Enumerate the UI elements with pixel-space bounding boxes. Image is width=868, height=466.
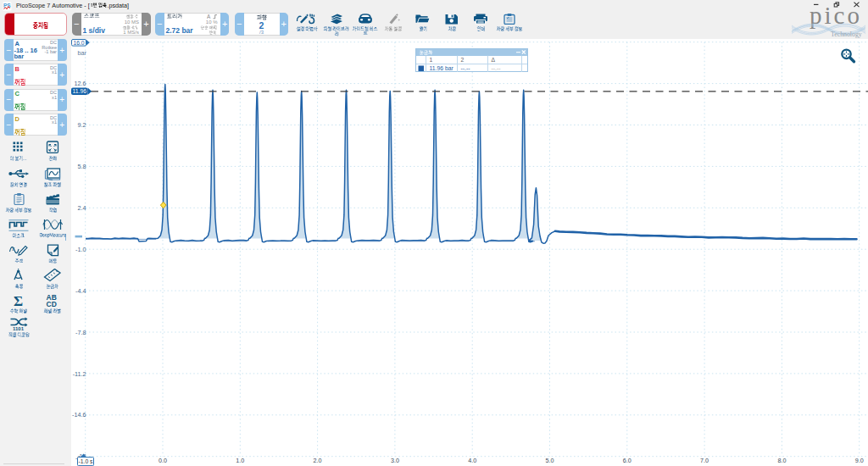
svg-text:5.0: 5.0 xyxy=(546,457,554,464)
svg-text:Δ: Δ xyxy=(492,57,496,63)
svg-text:9.2: 9.2 xyxy=(78,121,86,129)
svg-text:1: 1 xyxy=(430,57,433,63)
svg-text:CD: CD xyxy=(47,300,57,308)
svg-text:1.0: 1.0 xyxy=(236,457,244,464)
svg-text:-1.0: -1.0 xyxy=(75,246,86,253)
svg-text:bar: bar xyxy=(78,49,87,57)
svg-text:T: T xyxy=(11,245,14,251)
svg-text:Σ: Σ xyxy=(14,293,23,307)
svg-text:A: A xyxy=(207,14,211,19)
svg-text:0.0: 0.0 xyxy=(159,457,167,464)
svg-text:-11.2: -11.2 xyxy=(73,370,86,378)
svg-text:-1.0 s: -1.0 s xyxy=(79,458,94,464)
svg-text:2: 2 xyxy=(461,57,465,63)
svg-text:PS: PS xyxy=(3,3,11,8)
svg-text:-14.6: -14.6 xyxy=(72,411,86,419)
svg-text:-7.8: -7.8 xyxy=(75,329,86,336)
svg-text:9.0: 9.0 xyxy=(855,457,864,464)
svg-text:12.6: 12.6 xyxy=(75,80,86,87)
svg-text:--.--: --.-- xyxy=(461,65,470,71)
svg-text:3.0: 3.0 xyxy=(391,457,399,464)
svg-text:2.4: 2.4 xyxy=(78,204,86,212)
svg-text:7.0: 7.0 xyxy=(700,457,709,464)
svg-text:1101: 1101 xyxy=(13,325,25,330)
svg-text:11.96: 11.96 xyxy=(72,88,86,94)
svg-text:6.0: 6.0 xyxy=(623,457,632,464)
svg-text:5.8: 5.8 xyxy=(78,163,86,170)
svg-text:8.0: 8.0 xyxy=(777,457,786,464)
svg-text:11.96 bar: 11.96 bar xyxy=(430,65,454,71)
svg-text:-4.4: -4.4 xyxy=(75,287,86,295)
svg-text:2.0: 2.0 xyxy=(314,457,322,464)
svg-text:4.0: 4.0 xyxy=(468,457,476,464)
svg-text:16.0: 16.0 xyxy=(73,40,84,46)
svg-text:--.--: --.-- xyxy=(492,65,501,71)
